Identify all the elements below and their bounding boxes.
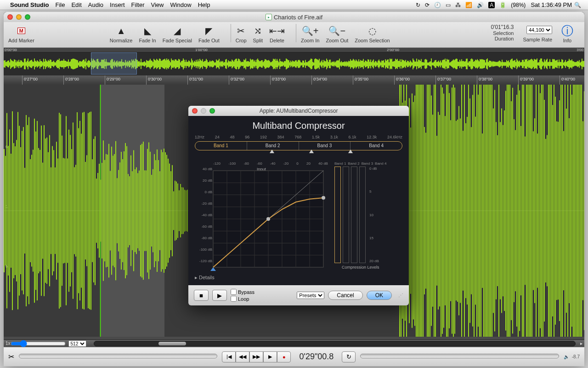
menu-file[interactable]: File bbox=[55, 1, 65, 8]
svg-rect-30 bbox=[29, 61, 30, 67]
app-menu[interactable]: Sound Studio bbox=[10, 1, 49, 8]
menu-insert[interactable]: Insert bbox=[110, 1, 125, 8]
menu-help[interactable]: Help bbox=[198, 1, 210, 8]
zoom-window-button[interactable] bbox=[25, 14, 30, 20]
svg-rect-595 bbox=[548, 62, 549, 66]
split-button[interactable]: ⤭Split bbox=[253, 24, 263, 43]
resize-grip-icon[interactable]: ⋰ bbox=[398, 293, 403, 299]
horizontal-scrollbar[interactable] bbox=[94, 341, 576, 346]
menubar-clock[interactable]: Sat 1:36:49 PM bbox=[531, 1, 572, 8]
delete-button[interactable]: ⇤⇥Delete bbox=[269, 24, 285, 43]
sync2-icon[interactable]: ⟳ bbox=[425, 2, 430, 8]
svg-rect-27 bbox=[27, 61, 28, 67]
fade-special-button[interactable]: ◢Fade Special bbox=[163, 24, 192, 43]
band-tab-1[interactable]: Band 1 bbox=[195, 142, 247, 150]
stop-preview-button[interactable]: ■ bbox=[194, 290, 209, 301]
zoom-slider[interactable] bbox=[11, 341, 66, 346]
volume-slider[interactable] bbox=[360, 354, 559, 360]
freq-tick: 6.1k bbox=[349, 135, 356, 139]
loop-checkbox[interactable]: Loop bbox=[231, 296, 254, 302]
menu-filter[interactable]: Filter bbox=[131, 1, 145, 8]
svg-rect-726 bbox=[129, 176, 130, 245]
menu-view[interactable]: View bbox=[151, 1, 164, 8]
menu-audio[interactable]: Audio bbox=[88, 1, 103, 8]
text-input-icon[interactable]: A bbox=[488, 2, 495, 8]
spotlight-icon[interactable]: 🔍 bbox=[574, 2, 581, 8]
bypass-checkbox[interactable]: Bypass bbox=[231, 289, 254, 295]
loop-toggle-button[interactable]: ↻ bbox=[342, 351, 356, 362]
timemachine-icon[interactable]: 🕘 bbox=[434, 2, 441, 8]
rewind-button[interactable]: ◀◀ bbox=[236, 351, 249, 362]
svg-rect-1034 bbox=[554, 85, 554, 337]
fade-in-button[interactable]: ◣Fade In bbox=[139, 24, 156, 43]
band-tabs[interactable]: Band 1 Band 2 Band 3 Band 4 bbox=[195, 141, 402, 150]
overview-waveform[interactable]: 0'00"00 1'00"00 2'00"00 3'00 bbox=[4, 48, 584, 75]
dialog-zoom-button[interactable] bbox=[209, 108, 215, 114]
battery-icon[interactable]: 🔋 bbox=[499, 2, 506, 8]
scrub-slider-left[interactable] bbox=[19, 354, 217, 360]
svg-rect-962 bbox=[454, 87, 455, 334]
add-marker-button[interactable]: M Add Marker bbox=[8, 24, 34, 43]
svg-rect-311 bbox=[288, 60, 288, 68]
crop-button[interactable]: ✂Crop bbox=[236, 24, 247, 43]
svg-rect-462 bbox=[426, 60, 427, 68]
window-titlebar[interactable]: ▸ Chariots of Fire.aif bbox=[4, 12, 584, 22]
svg-rect-496 bbox=[458, 62, 458, 66]
sync-icon[interactable]: ↻ bbox=[416, 2, 420, 8]
compression-curve-chart[interactable]: -120-100-80-60-40-2002040 dB Input 40 dB… bbox=[195, 161, 328, 272]
zoom-out-button[interactable]: 🔍−Zoom Out bbox=[326, 24, 348, 43]
play-button[interactable]: ▶ bbox=[263, 351, 277, 362]
details-disclosure[interactable]: ▸ Details bbox=[195, 275, 402, 281]
scroll-right-button[interactable]: ▸ bbox=[580, 341, 582, 346]
svg-rect-304 bbox=[281, 62, 282, 66]
menu-edit[interactable]: Edit bbox=[71, 1, 81, 8]
close-window-button[interactable] bbox=[7, 14, 13, 20]
crossover-handle-2[interactable] bbox=[309, 150, 314, 153]
bluetooth-icon[interactable]: ⁂ bbox=[455, 2, 461, 8]
svg-rect-233 bbox=[216, 59, 217, 68]
svg-rect-470 bbox=[434, 62, 435, 66]
svg-rect-229 bbox=[212, 60, 213, 67]
svg-rect-531 bbox=[490, 61, 491, 67]
menu-window[interactable]: Window bbox=[170, 1, 191, 8]
sample-rate-select[interactable]: 44,100 bbox=[526, 26, 552, 34]
info-button[interactable]: ⓘ Info bbox=[561, 24, 573, 43]
presets-select[interactable]: Presets bbox=[297, 292, 324, 299]
normalize-button[interactable]: ▲Normalize bbox=[110, 24, 133, 43]
band-tab-3[interactable]: Band 3 bbox=[299, 142, 351, 150]
band-tab-2[interactable]: Band 2 bbox=[247, 142, 299, 150]
display-icon[interactable]: ▭ bbox=[446, 2, 451, 8]
svg-rect-13 bbox=[14, 59, 15, 69]
fade-out-button[interactable]: ◤Fade Out bbox=[198, 24, 220, 43]
zoom-size-select[interactable]: 512 bbox=[68, 340, 86, 347]
record-button[interactable]: ● bbox=[277, 351, 291, 362]
svg-rect-157 bbox=[146, 60, 147, 68]
svg-rect-458 bbox=[423, 62, 424, 66]
rewind-start-button[interactable]: |◀ bbox=[222, 351, 236, 362]
zoom-in-button[interactable]: 🔍+Zoom In bbox=[301, 24, 319, 43]
dialog-titlebar[interactable]: Apple: AUMultibandCompressor bbox=[188, 106, 409, 116]
wifi-icon[interactable]: 📶 bbox=[465, 2, 472, 8]
play-preview-button[interactable]: ▶ bbox=[212, 290, 227, 301]
svg-rect-523 bbox=[482, 59, 483, 68]
band-tab-4[interactable]: Band 4 bbox=[351, 142, 402, 150]
timeline-ruler[interactable]: 0'27"000'28"000'29"000'30"000'31"000'32"… bbox=[4, 75, 584, 85]
svg-rect-230 bbox=[213, 61, 214, 67]
svg-rect-673 bbox=[56, 142, 57, 280]
dialog-close-button[interactable] bbox=[192, 108, 198, 114]
crossover-handle-3[interactable] bbox=[348, 150, 353, 153]
svg-rect-743 bbox=[153, 169, 153, 253]
fastfwd-button[interactable]: ▶▶ bbox=[249, 351, 263, 362]
scrollbar-thumb[interactable] bbox=[158, 342, 186, 345]
volume-icon[interactable]: 🔊 bbox=[477, 2, 484, 8]
overview-selection[interactable] bbox=[91, 52, 137, 75]
ok-button[interactable]: OK bbox=[367, 291, 392, 300]
svg-rect-14 bbox=[15, 60, 16, 68]
minimize-window-button[interactable] bbox=[16, 14, 22, 20]
svg-rect-947 bbox=[434, 85, 435, 337]
zoom-selection-button[interactable]: ◌Zoom Selection bbox=[355, 24, 390, 43]
crossover-handle-1[interactable] bbox=[270, 150, 274, 153]
svg-rect-48 bbox=[46, 61, 47, 67]
document-proxy-icon[interactable]: ▸ bbox=[266, 14, 272, 20]
cancel-button[interactable]: Cancel bbox=[328, 291, 362, 300]
